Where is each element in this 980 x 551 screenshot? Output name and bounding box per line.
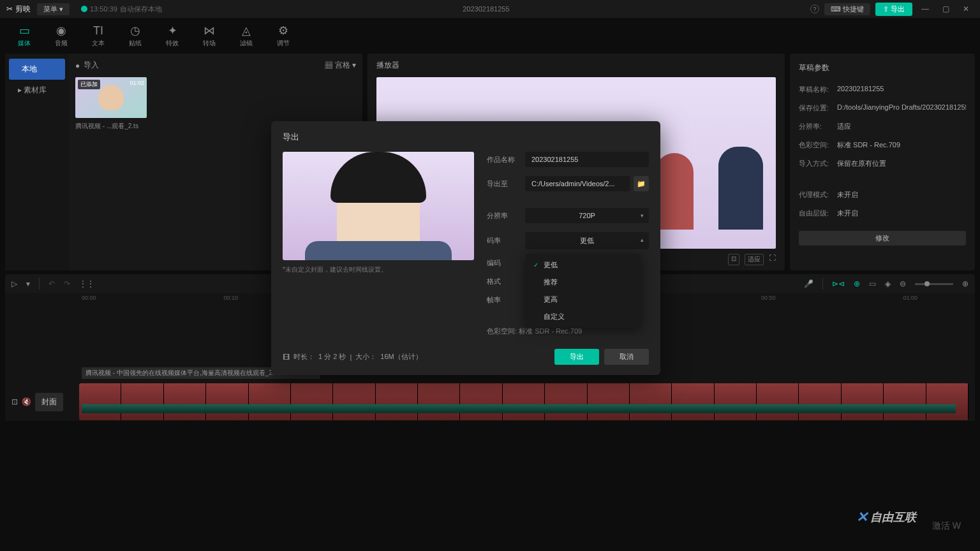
form-encode-label: 编码 bbox=[487, 258, 525, 268]
activate-text: 激活 W bbox=[932, 520, 961, 532]
path-input[interactable] bbox=[525, 176, 630, 191]
export-modal: 导出 *未自定义封面，建议去时间线设置。 作品名称 导出至 📁 bbox=[271, 121, 660, 375]
watermark: ✕自由互联 bbox=[856, 509, 916, 525]
modal-title: 导出 bbox=[283, 131, 649, 143]
form-name-label: 作品名称 bbox=[487, 155, 525, 165]
export-modal-overlay: 导出 *未自定义封面，建议去时间线设置。 作品名称 导出至 📁 bbox=[0, 0, 980, 551]
dd-option-custom[interactable]: 自定义 bbox=[526, 308, 641, 325]
form-path-label: 导出至 bbox=[487, 179, 525, 189]
form-format-label: 格式 bbox=[487, 277, 525, 286]
cancel-button[interactable]: 取消 bbox=[604, 349, 649, 365]
dd-option-recommend[interactable]: 推荐 bbox=[526, 274, 641, 291]
dd-option-lower[interactable]: ✓更低 bbox=[526, 256, 641, 274]
export-info: 🎞 时长：1 分 2 秒 | 大小：16M（估计） bbox=[283, 352, 422, 362]
name-input[interactable] bbox=[525, 152, 649, 167]
export-form: 作品名称 导出至 📁 分辨率 720P▾ 码率 更低▴ bbox=[487, 152, 649, 336]
export-preview bbox=[283, 152, 474, 260]
preview-tip: *未自定义封面，建议去时间线设置。 bbox=[283, 265, 474, 274]
resolution-select[interactable]: 720P▾ bbox=[525, 208, 649, 223]
form-bitrate-label: 码率 bbox=[487, 236, 525, 246]
dd-option-higher[interactable]: 更高 bbox=[526, 291, 641, 308]
colorspace-text: 色彩空间: 标准 SDR - Rec.709 bbox=[487, 327, 649, 336]
folder-icon[interactable]: 📁 bbox=[634, 176, 649, 191]
bitrate-dropdown: ✓更低 推荐 更高 自定义 bbox=[526, 254, 641, 328]
export-confirm-button[interactable]: 导出 bbox=[554, 349, 599, 365]
form-fps-label: 帧率 bbox=[487, 295, 525, 305]
film-icon: 🎞 bbox=[283, 353, 290, 361]
bitrate-select[interactable]: 更低▴ bbox=[525, 232, 649, 249]
form-res-label: 分辨率 bbox=[487, 211, 525, 221]
